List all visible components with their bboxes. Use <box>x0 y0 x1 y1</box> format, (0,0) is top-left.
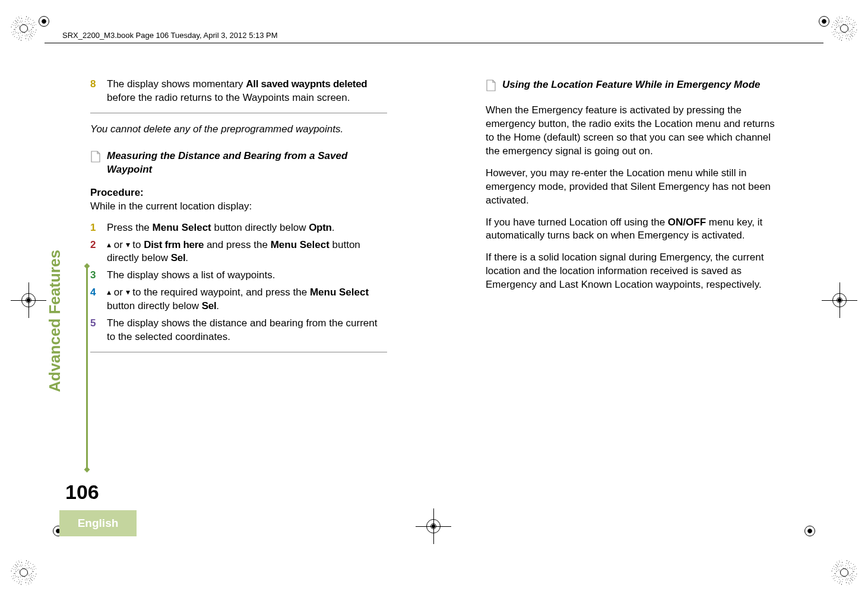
step-1: 1 Press the Menu Select button directly … <box>90 220 387 237</box>
spine-bar <box>86 264 88 472</box>
paragraph: However, you may re-enter the Location m… <box>486 167 783 208</box>
document-icon <box>486 80 502 96</box>
step-5: 5 The display shows the distance and bea… <box>90 315 387 346</box>
procedure-label: Procedure: <box>90 186 387 200</box>
step-body: The display shows momentary All saved wa… <box>107 78 387 105</box>
text: button directly below <box>107 300 202 311</box>
text: . <box>216 300 219 311</box>
text: button directly below <box>211 222 309 233</box>
separator-rule <box>90 113 387 113</box>
text: . <box>332 222 335 233</box>
step-number: 1 <box>90 221 107 235</box>
step-body: or to Dist frm here and press the Menu S… <box>107 239 387 266</box>
text-bold: Menu Select <box>310 287 369 298</box>
text: Press the <box>107 222 153 233</box>
step-3: 3 The display shows a list of waypoints. <box>90 267 387 284</box>
separator-rule <box>90 352 387 352</box>
display-text: All saved waypnts deleted <box>246 78 367 90</box>
text: If you have turned Location off using th… <box>486 217 668 228</box>
down-arrow-icon <box>126 239 130 250</box>
registration-mark-icon <box>11 282 46 318</box>
section-heading: Using the Location Feature While in Emer… <box>486 78 783 96</box>
text: The display shows momentary <box>107 78 246 90</box>
note-text: You cannot delete any of the preprogramm… <box>90 123 387 136</box>
content-area: 8 The display shows momentary All saved … <box>90 76 783 362</box>
page: SRX_2200_M3.book Page 106 Tuesday, April… <box>0 0 868 601</box>
text-bold: Menu Select <box>271 239 330 250</box>
paragraph: When the Emergency feature is activated … <box>486 104 783 158</box>
registration-mark-icon <box>822 282 857 318</box>
paragraph: If you have turned Location off using th… <box>486 216 783 243</box>
step-body: The display shows a list of waypoints. <box>107 269 387 282</box>
display-text: Sel <box>202 300 217 311</box>
step-body: or to the required waypoint, and press t… <box>107 286 387 313</box>
step-number: 3 <box>90 269 107 282</box>
page-number: 106 <box>65 481 99 504</box>
up-arrow-icon <box>107 287 111 298</box>
down-arrow-icon <box>126 287 130 298</box>
text: before the radio returns to the Waypoint… <box>107 92 350 103</box>
header-meta-text: SRX_2200_M3.book Page 106 Tuesday, April… <box>62 31 278 40</box>
step-4: 4 or to the required waypoint, and press… <box>90 284 387 315</box>
crop-mark-icon <box>11 559 37 586</box>
step-number: 8 <box>90 78 107 105</box>
registration-mark-icon <box>813 11 835 32</box>
step-body: The display shows the distance and beari… <box>107 317 387 344</box>
left-column: 8 The display shows momentary All saved … <box>90 76 387 362</box>
step-number: 2 <box>90 239 107 266</box>
crop-mark-icon <box>831 15 857 42</box>
registration-mark-icon <box>33 11 55 32</box>
step-number: 4 <box>90 286 107 313</box>
language-label: English <box>78 517 119 530</box>
heading-text: Measuring the Distance and Bearing from … <box>107 150 387 177</box>
right-column: Using the Location Feature While in Emer… <box>486 76 783 362</box>
step-2: 2 or to Dist frm here and press the Menu… <box>90 237 387 268</box>
display-text: Optn <box>309 222 331 233</box>
step-number: 5 <box>90 317 107 344</box>
text-bold: Menu Select <box>153 222 211 233</box>
step-8: 8 The display shows momentary All saved … <box>90 76 387 107</box>
text: and press the <box>204 239 270 250</box>
up-arrow-icon <box>107 239 111 250</box>
text: or <box>111 287 126 298</box>
header-rule <box>45 43 823 43</box>
display-text: Dist frm here <box>144 239 204 250</box>
registration-mark-icon <box>416 508 451 544</box>
procedure-subtitle: While in the current location display: <box>90 200 387 214</box>
section-heading: Measuring the Distance and Bearing from … <box>90 150 387 177</box>
text-bold: ON/OFF <box>668 217 706 228</box>
text: to <box>130 239 144 250</box>
language-tab: English <box>59 510 137 536</box>
paragraph: If there is a solid location signal duri… <box>486 251 783 292</box>
section-label: Advanced Features <box>46 250 64 392</box>
display-text: Sel <box>171 252 186 263</box>
step-body: Press the Menu Select button directly be… <box>107 221 387 235</box>
heading-text: Using the Location Feature While in Emer… <box>502 78 783 92</box>
text: . <box>185 252 188 263</box>
crop-mark-icon <box>831 559 857 586</box>
document-icon <box>90 151 107 167</box>
registration-mark-icon <box>799 520 821 542</box>
text: or <box>111 239 126 250</box>
text: to the required waypoint, and press the <box>130 287 310 298</box>
